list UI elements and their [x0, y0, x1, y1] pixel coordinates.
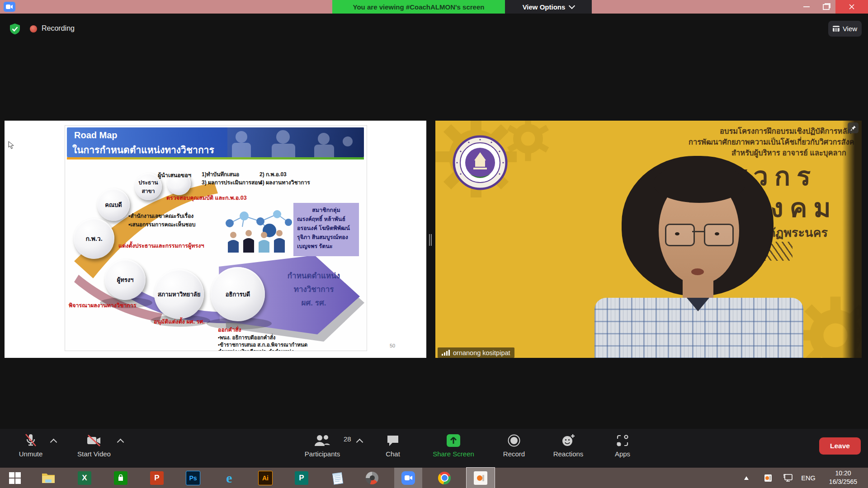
excel-icon[interactable]: X: [71, 468, 99, 488]
glasses-bridge: [692, 231, 704, 232]
tray-language-indicator[interactable]: ENG: [797, 468, 819, 488]
record-button[interactable]: Record: [487, 432, 541, 464]
secretary-bullet-1: •สำนักงานเลขาคณะรับเรื่อง: [128, 211, 193, 220]
glasses-icon: [665, 224, 695, 246]
powerpoint-icon[interactable]: P: [143, 468, 171, 488]
tray-show-hidden-icons[interactable]: [741, 468, 751, 488]
unmute-button[interactable]: Unmute: [4, 432, 58, 464]
doc-item-1: 1)ทำบันทึกเสนอ: [202, 170, 239, 178]
share-screen-label: Share Screen: [433, 450, 474, 458]
record-label: Record: [503, 450, 525, 458]
chat-icon: [386, 432, 400, 449]
leave-button[interactable]: Leave: [819, 437, 861, 455]
reactions-icon: [561, 432, 576, 449]
reactions-label: Reactions: [553, 450, 584, 458]
view-options-button[interactable]: View Options: [505, 0, 592, 14]
microsoft-store-icon[interactable]: [107, 468, 135, 488]
internet-explorer-icon[interactable]: e: [215, 468, 243, 488]
step-circle-kpw: ก.พ.ว.: [74, 218, 114, 259]
step-label-presenter: ผู้นำเสนอขอฯ: [158, 171, 191, 180]
video-options-chevron[interactable]: [116, 438, 125, 445]
start-video-label: Start Video: [77, 450, 111, 458]
participant-name: ornanong kositpipat: [453, 349, 510, 357]
view-layout-button[interactable]: View: [828, 21, 862, 37]
publisher-icon[interactable]: P: [288, 468, 316, 488]
unmute-label: Unmute: [19, 450, 43, 458]
reactions-button[interactable]: Reactions: [541, 432, 595, 464]
arrow-caption-line: ผศ. รศ.: [271, 296, 357, 310]
security-shield-icon[interactable]: [9, 23, 21, 37]
shared-screen-panel: Road Map ในการกำหนดตำแหน่งทางวิชาการ: [5, 121, 426, 358]
note-order: ออกคำสั่ง: [218, 325, 241, 334]
secretary-bullet-2: •เสนอกรรมการคณะเห็นชอบ: [128, 220, 195, 229]
chat-button[interactable]: Chat: [366, 432, 420, 464]
member-name: ณรงค์ฤทธิ์ หล้าพันธ์: [297, 215, 355, 224]
minimize-button[interactable]: [797, 0, 816, 14]
presentation-slide: Road Map ในการกำหนดตำแหน่งทางวิชาการ: [65, 125, 367, 351]
panel-divider-handle[interactable]: [429, 234, 433, 246]
member-name: อรอนงค์ โฆษิตพิพัฒน์: [297, 224, 355, 233]
teamwork-illustration: [216, 210, 295, 253]
tray-clock[interactable]: 10:20 16/3/2565: [824, 469, 863, 486]
person-mouth: [691, 268, 704, 275]
glasses-icon: [704, 224, 734, 246]
order-bullet-3: ตำแหน่ง+เงินเดือนประจำตำแหน่ง: [218, 347, 294, 351]
illustrator-icon[interactable]: Ai: [251, 468, 279, 488]
viewing-banner: You are viewing #CoachALMON's screen: [332, 0, 505, 14]
right-edge-shadow: [842, 121, 862, 358]
arrow-caption-line: กำหนดตำแหน่ง: [271, 269, 357, 283]
note-approve: อนุมัติแต่งตั้ง ผศ. รศ.: [154, 317, 205, 326]
participants-count: 28: [344, 435, 351, 443]
participant-video-person: [435, 121, 862, 358]
pin-video-icon[interactable]: [848, 122, 859, 133]
chrome-icon[interactable]: [430, 468, 458, 488]
mic-muted-icon: [24, 432, 38, 449]
participants-button[interactable]: 28 Participants: [295, 432, 349, 464]
participants-label: Participants: [305, 450, 340, 458]
doc-item-2: 2) ก.พ.อ.03: [259, 170, 287, 178]
start-video-button[interactable]: Start Video: [67, 432, 121, 464]
webcam-panel: อบรมโครงการฝึกอบรมเชิงปฏิบัติการหลัก การ…: [435, 121, 862, 358]
zoom-taskbar-icon[interactable]: [394, 468, 422, 488]
tray-app-icon[interactable]: [762, 468, 774, 488]
participants-icon: 28: [314, 432, 331, 449]
chevron-down-icon: [569, 3, 575, 9]
view-options-label: View Options: [523, 3, 566, 11]
apps-icon: [616, 432, 629, 449]
step-circle-experts: ผู้ทรงฯ: [105, 259, 146, 300]
slide-page-number: 50: [390, 343, 395, 348]
close-button[interactable]: [835, 0, 868, 14]
arrow-caption-line: ทางวิชาการ: [271, 283, 357, 296]
share-screen-button[interactable]: Share Screen: [426, 432, 481, 464]
person-eye: [675, 232, 679, 235]
tray-display-icon[interactable]: [781, 468, 795, 488]
arrow-caption: กำหนดตำแหน่ง ทางวิชาการ ผศ. รศ.: [271, 269, 357, 310]
restore-button[interactable]: [816, 0, 835, 14]
person-eye: [715, 232, 719, 235]
recording-label: Recording: [42, 24, 75, 33]
tray-date: 16/3/2565: [824, 478, 863, 486]
photoscape-x-icon[interactable]: [467, 468, 495, 488]
grid-layout-icon: [833, 26, 840, 32]
zoom-app-icon: [4, 2, 15, 12]
recording-dot-icon: [30, 25, 37, 33]
start-button[interactable]: [1, 468, 29, 488]
zoom-meeting-window: You are viewing #CoachALMON's screen Vie…: [0, 0, 868, 488]
step-circle-dean: คณบดี: [97, 188, 130, 221]
windows-taskbar: X P Ps e Ai P: [0, 468, 868, 488]
note-check: ตรวจสอบคุณสมบัติ และก.พ.อ.03: [166, 193, 247, 202]
notepad-icon[interactable]: [324, 468, 352, 488]
apps-button[interactable]: Apps: [595, 432, 650, 464]
participants-options-chevron[interactable]: [355, 438, 364, 445]
doc-item-4: 4) ผลงานทางวิชาการ: [259, 178, 310, 187]
viewing-banner-text: You are viewing #CoachALMON's screen: [353, 3, 485, 11]
audio-level-icon: [442, 350, 450, 356]
note-consider: พิจารณาผลงานทางวิชาการ: [69, 301, 137, 310]
photoscape-icon[interactable]: [358, 468, 386, 488]
mic-options-chevron[interactable]: [49, 438, 58, 445]
members-box-title: สมาชิกกลุ่ม: [297, 206, 355, 215]
title-bar: You are viewing #CoachALMON's screen Vie…: [0, 0, 868, 14]
photoshop-icon[interactable]: Ps: [179, 468, 207, 488]
doc-item-3: 3) ผลการประเมินการสอน: [202, 178, 262, 187]
file-explorer-icon[interactable]: [34, 468, 62, 488]
